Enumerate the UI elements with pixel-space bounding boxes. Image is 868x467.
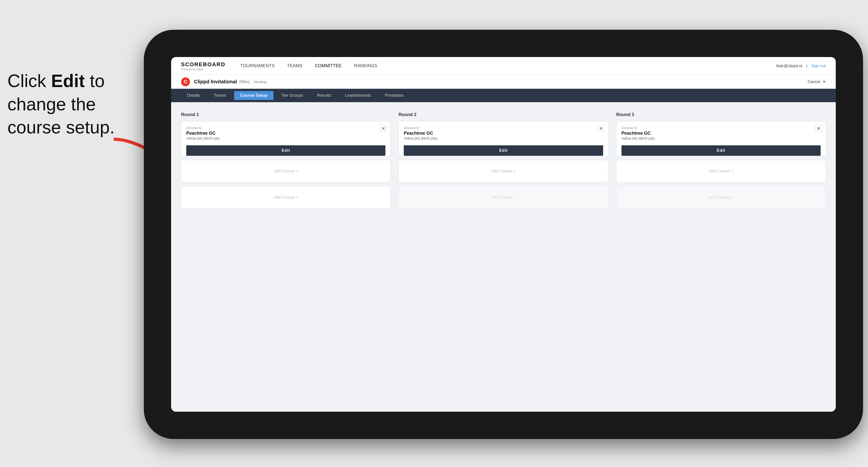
top-nav: SCOREBOARD Powered by clippd TOURNAMENTS…: [171, 57, 836, 75]
round-3-title: Round 3: [616, 112, 826, 117]
logo-title: SCOREBOARD: [181, 61, 225, 68]
round-3-column: Round 3 (Course A) Peachtree GC Yellow (…: [616, 112, 826, 213]
logo-subtitle: Powered by clippd: [181, 68, 225, 71]
round-2-add-course-1[interactable]: Add Course +: [399, 160, 608, 182]
tab-details[interactable]: Details: [181, 91, 206, 100]
round-2-edit-button[interactable]: Edit: [404, 145, 603, 156]
tab-printables[interactable]: Printables: [379, 91, 410, 100]
round-1-course-details: Yellow (M) (6629 yds): [186, 136, 385, 141]
round-2-add-course-2: Add Course +: [399, 186, 608, 209]
round-2-add-course-2-text: Add Course +: [491, 195, 516, 200]
tablet-screen: SCOREBOARD Powered by clippd TOURNAMENTS…: [171, 57, 836, 412]
round-2-column: Round 2 (Course A) Peachtree GC Yellow (…: [399, 112, 608, 213]
round-3-add-course-2: Add Course +: [616, 186, 826, 209]
round-1-add-course-2[interactable]: Add Course +: [181, 186, 391, 209]
round-1-title: Round 1: [181, 112, 391, 117]
round-1-edit-button[interactable]: Edit: [186, 145, 385, 156]
rounds-container: Round 1 (Course A) Peachtree GC Yellow (…: [181, 112, 826, 213]
main-content: Round 1 (Course A) Peachtree GC Yellow (…: [171, 102, 836, 412]
tab-course-setup[interactable]: Course Setup: [234, 91, 274, 100]
tournament-bar: C Clippd Invitational (Men) Hosting Canc…: [171, 75, 836, 89]
cancel-button[interactable]: Cancel ✕: [808, 80, 826, 84]
nav-tournaments[interactable]: TOURNAMENTS: [240, 63, 275, 68]
round-1-add-course-1[interactable]: Add Course +: [181, 160, 391, 182]
top-nav-right: blair@clippd.io | Sign out: [776, 64, 826, 68]
tournament-logo: C: [181, 77, 190, 86]
cancel-x-icon: ✕: [823, 80, 826, 84]
nav-teams[interactable]: TEAMS: [287, 63, 303, 68]
tab-teams[interactable]: Teams: [208, 91, 232, 100]
round-1-course-name: Peachtree GC: [186, 131, 385, 136]
tournament-type: (Men): [239, 80, 250, 84]
round-1-delete-icon[interactable]: [380, 125, 387, 132]
round-2-add-course-1-text: Add Course +: [491, 169, 516, 174]
round-2-course-name: Peachtree GC: [404, 131, 603, 136]
round-2-course-card: (Course A) Peachtree GC Yellow (M) (6629…: [399, 121, 608, 156]
round-2-course-details: Yellow (M) (6629 yds): [404, 136, 603, 141]
round-2-course-label: (Course A): [404, 126, 603, 130]
round-3-delete-icon[interactable]: [815, 125, 822, 132]
round-3-course-card: (Course A) Peachtree GC Yellow (M) (6629…: [616, 121, 826, 156]
tab-results[interactable]: Results: [311, 91, 337, 100]
round-3-add-course-1[interactable]: Add Course +: [616, 160, 826, 182]
round-1-add-course-2-text: Add Course +: [274, 195, 298, 200]
round-1-course-card: (Course A) Peachtree GC Yellow (M) (6629…: [181, 121, 391, 156]
nav-committee[interactable]: COMMITTEE: [315, 63, 342, 68]
nav-rankings[interactable]: RANKINGS: [354, 63, 377, 68]
sign-out-link[interactable]: Sign out: [811, 64, 826, 68]
round-3-add-course-2-text: Add Course +: [709, 195, 733, 200]
round-1-column: Round 1 (Course A) Peachtree GC Yellow (…: [181, 112, 391, 213]
round-2-delete-icon[interactable]: [598, 125, 604, 132]
tab-tee-groups[interactable]: Tee Groups: [276, 91, 309, 100]
round-3-course-name: Peachtree GC: [621, 131, 820, 136]
tabs-bar: Details Teams Course Setup Tee Groups Re…: [171, 89, 836, 102]
round-3-add-course-1-text: Add Course +: [709, 169, 733, 174]
round-3-course-label: (Course A): [621, 126, 820, 130]
scoreboard-logo: SCOREBOARD Powered by clippd: [181, 61, 225, 71]
round-3-course-details: Yellow (M) (6629 yds): [621, 136, 820, 141]
tab-leaderboards[interactable]: Leaderboards: [339, 91, 377, 100]
bold-edit: Edit: [51, 71, 85, 91]
instruction-text: Click Edit tochange thecourse setup.: [7, 69, 136, 139]
tournament-name: Clippd Invitational: [194, 79, 237, 85]
tablet-shell: SCOREBOARD Powered by clippd TOURNAMENTS…: [144, 30, 863, 439]
round-1-course-label: (Course A): [186, 126, 385, 130]
tournament-status: Hosting: [254, 80, 266, 84]
nav-separator: |: [806, 64, 807, 68]
round-1-add-course-1-text: Add Course +: [274, 169, 298, 174]
round-2-title: Round 2: [399, 112, 608, 117]
round-3-edit-button[interactable]: Edit: [621, 145, 820, 156]
user-email: blair@clippd.io: [776, 64, 802, 68]
nav-links: TOURNAMENTS TEAMS COMMITTEE RANKINGS: [240, 63, 776, 68]
